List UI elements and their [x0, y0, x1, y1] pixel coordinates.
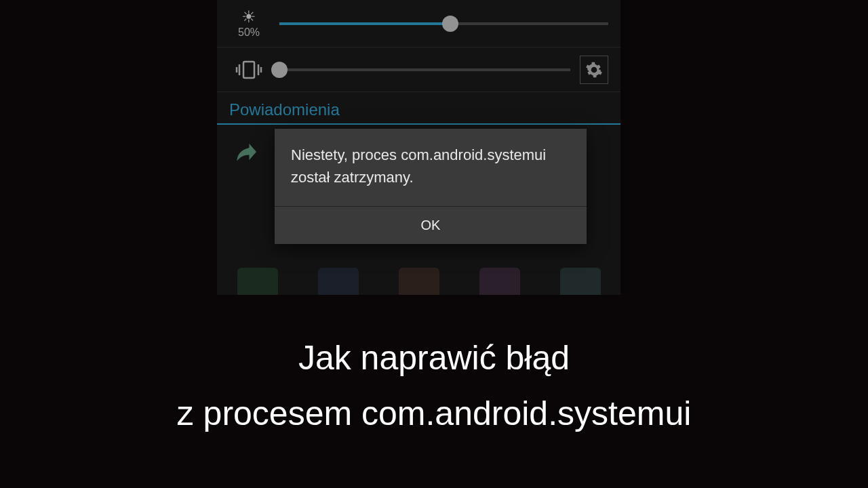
settings-button[interactable]	[580, 56, 608, 84]
brightness-slider-thumb[interactable]	[442, 16, 458, 32]
dock-app[interactable]	[479, 268, 520, 295]
volume-slider[interactable]	[279, 68, 570, 71]
dock-app[interactable]	[318, 268, 359, 295]
gear-icon	[585, 61, 603, 79]
svg-rect-0	[243, 62, 254, 78]
brightness-row: ☀ 50%	[217, 0, 620, 47]
leaf-icon	[229, 137, 259, 167]
dialog-message: Niestety, proces com.android.systemui zo…	[275, 129, 587, 206]
dialog-ok-button[interactable]: OK	[275, 206, 587, 244]
notifications-header: Powiadomienia	[217, 92, 620, 125]
volume-row	[217, 47, 620, 92]
error-dialog: Niestety, proces com.android.systemui zo…	[275, 129, 587, 244]
dock-app[interactable]	[399, 268, 439, 295]
caption-line-1: Jak naprawić błąd	[0, 338, 868, 378]
brightness-percent: 50%	[238, 26, 260, 39]
dock-app[interactable]	[237, 268, 278, 295]
brightness-icon: ☀	[241, 9, 256, 25]
vibrate-icon[interactable]	[225, 56, 273, 83]
brightness-slider[interactable]	[279, 22, 608, 25]
caption-line-2: z procesem com.android.systemui	[0, 393, 868, 434]
volume-slider-thumb[interactable]	[271, 62, 288, 78]
brightness-indicator: ☀ 50%	[225, 9, 273, 39]
brightness-slider-fill	[279, 22, 450, 25]
app-dock	[217, 268, 620, 295]
dock-app[interactable]	[560, 268, 601, 295]
